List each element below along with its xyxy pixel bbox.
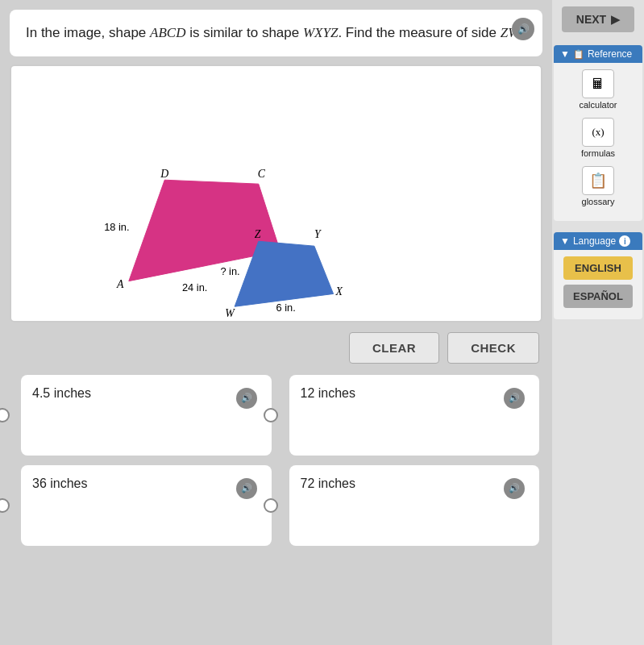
next-arrow-icon: ▶	[611, 13, 620, 26]
formulas-item[interactable]: (x) formulas	[581, 118, 615, 158]
question-audio-button[interactable]: 🔊	[512, 18, 534, 40]
english-button[interactable]: ENGLISH	[563, 256, 633, 280]
glossary-icon: 📋	[582, 166, 614, 195]
choice-b-radio[interactable]	[264, 408, 278, 422]
label-Z: Z	[255, 228, 261, 240]
reference-content: 🖩 calculator (x) formulas 📋 glossary	[554, 63, 642, 221]
language-chevron-icon: ▼	[560, 235, 570, 247]
calculator-label: calculator	[579, 100, 617, 110]
reference-panel-header[interactable]: ▼ 📋 Reference	[554, 45, 642, 63]
language-panel-content: ENGLISH ESPAÑOL	[554, 250, 642, 319]
buttons-row: CLEAR CHECK	[10, 332, 542, 364]
question-box: In the image, shape ABCD is similar to s…	[10, 10, 542, 56]
diagram-svg: D C B A 18 in. 24 in. Z Y X W ? in. 6 in…	[11, 66, 541, 321]
language-panel-header[interactable]: ▼ Language i	[554, 232, 642, 250]
language-label: Language	[573, 235, 616, 247]
choice-d-audio[interactable]: 🔊	[504, 478, 525, 499]
diagram-area: D C B A 18 in. 24 in. Z Y X W ? in. 6 in…	[10, 64, 542, 322]
choice-d-label: 72 inches	[301, 475, 356, 491]
choice-a-card[interactable]: 4.5 inches 🔊	[21, 375, 272, 456]
label-X: X	[335, 285, 343, 298]
choice-b-card[interactable]: 12 inches 🔊	[289, 375, 540, 456]
choice-b-label: 12 inches	[301, 385, 356, 401]
label-C: C	[258, 168, 266, 180]
formulas-label: formulas	[581, 148, 615, 158]
calculator-icon: 🖩	[582, 69, 614, 98]
espanol-button[interactable]: ESPAÑOL	[563, 285, 633, 308]
question-text: In the image, shape ABCD is similar to s…	[26, 25, 523, 40]
next-button[interactable]: NEXT ▶	[562, 6, 634, 32]
reference-icon: 📋	[573, 49, 584, 60]
language-info-icon: i	[619, 235, 630, 247]
choice-d-card[interactable]: 72 inches 🔊	[289, 465, 540, 546]
check-button[interactable]: CHECK	[447, 332, 539, 364]
choices-grid: 4.5 inches 🔊 12 inches 🔊 36 inches 🔊	[10, 375, 542, 546]
sidebar: NEXT ▶ ▼ 📋 Reference 🖩 calculator (x) fo…	[552, 0, 644, 645]
label-D: D	[160, 168, 168, 180]
choice-c-audio[interactable]: 🔊	[236, 478, 257, 499]
label-6in: 6 in.	[276, 302, 296, 314]
label-W: W	[225, 307, 235, 319]
glossary-label: glossary	[582, 197, 615, 206]
formulas-icon: (x)	[582, 118, 614, 147]
main-content: In the image, shape ABCD is similar to s…	[0, 0, 552, 645]
reference-label: Reference	[588, 48, 632, 60]
choice-a-radio[interactable]	[0, 408, 10, 422]
choice-d-radio[interactable]	[264, 498, 278, 513]
glossary-item[interactable]: 📋 glossary	[582, 166, 615, 206]
choice-b-audio[interactable]: 🔊	[504, 388, 525, 409]
label-qin: ? in.	[220, 264, 239, 277]
label-24in: 24 in.	[182, 281, 207, 293]
next-label: NEXT	[576, 13, 606, 26]
calculator-item[interactable]: 🖩 calculator	[579, 69, 617, 110]
choice-c-radio[interactable]	[0, 498, 10, 513]
label-A: A	[116, 277, 124, 289]
label-18in: 18 in.	[104, 221, 129, 233]
choice-c-label: 36 inches	[32, 475, 88, 491]
choice-a-audio[interactable]: 🔊	[236, 388, 257, 409]
label-Y: Y	[314, 228, 322, 240]
choice-c-card[interactable]: 36 inches 🔊	[21, 465, 272, 546]
clear-button[interactable]: CLEAR	[349, 332, 439, 364]
reference-chevron-icon: ▼	[560, 48, 570, 60]
choice-a-label: 4.5 inches	[32, 385, 91, 401]
